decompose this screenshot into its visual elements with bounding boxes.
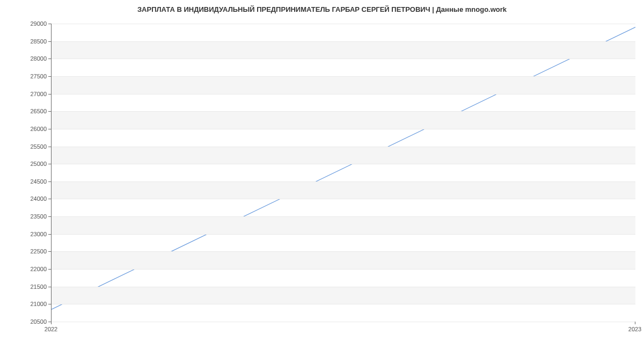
grid-band xyxy=(52,76,635,94)
plot-area xyxy=(51,24,635,322)
y-tick-label: 29000 xyxy=(21,21,47,27)
y-tick-label: 23500 xyxy=(21,214,47,220)
y-tick-label: 28500 xyxy=(21,39,47,45)
y-tick-label: 20500 xyxy=(21,319,47,325)
grid-band xyxy=(52,111,635,129)
y-tick-label: 27500 xyxy=(21,74,47,79)
y-tick-label: 25000 xyxy=(21,161,47,167)
y-tick-label: 28000 xyxy=(21,56,47,62)
y-tick xyxy=(48,41,51,42)
y-tick-label: 21500 xyxy=(21,284,47,290)
y-tick-label: 24000 xyxy=(21,196,47,202)
y-grid-line xyxy=(52,111,635,112)
x-tick-label: 2023 xyxy=(628,326,641,332)
grid-band xyxy=(52,147,635,164)
y-tick-label: 27000 xyxy=(21,91,47,97)
y-tick xyxy=(48,287,51,287)
y-tick-label: 21000 xyxy=(21,301,47,307)
y-tick xyxy=(48,181,51,182)
y-tick-label: 22500 xyxy=(21,249,47,255)
y-tick xyxy=(48,147,51,147)
y-tick-label: 23000 xyxy=(21,231,47,237)
y-tick xyxy=(48,304,51,304)
y-grid-line xyxy=(52,24,635,24)
y-grid-line xyxy=(52,181,635,182)
y-grid-line xyxy=(52,199,635,199)
y-tick-label: 25500 xyxy=(21,144,47,150)
y-tick xyxy=(48,164,51,164)
y-grid-line xyxy=(52,251,635,252)
chart-title: ЗАРПЛАТА В ИНДИВИДУАЛЬНЫЙ ПРЕДПРИНИМАТЕЛ… xyxy=(0,5,644,13)
y-grid-line xyxy=(52,147,635,147)
grid-band xyxy=(52,216,635,234)
y-grid-line xyxy=(52,76,635,77)
y-tick-label: 26000 xyxy=(21,126,47,132)
y-tick xyxy=(48,94,51,94)
x-tick xyxy=(635,322,635,324)
y-grid-line xyxy=(52,216,635,217)
x-tick-label: 2022 xyxy=(45,326,57,332)
y-tick xyxy=(48,111,51,112)
y-grid-line xyxy=(52,322,635,322)
x-tick xyxy=(51,322,52,324)
y-tick xyxy=(48,199,51,199)
chart-container: ЗАРПЛАТА В ИНДИВИДУАЛЬНЫЙ ПРЕДПРИНИМАТЕЛ… xyxy=(0,0,644,349)
y-grid-line xyxy=(52,59,635,59)
y-grid-line xyxy=(52,269,635,270)
y-tick xyxy=(48,269,51,270)
y-tick xyxy=(48,216,51,217)
y-tick xyxy=(48,251,51,252)
y-grid-line xyxy=(52,164,635,164)
y-tick xyxy=(48,59,51,59)
y-tick-label: 26500 xyxy=(21,108,47,114)
y-grid-line xyxy=(52,287,635,287)
y-grid-line xyxy=(52,129,635,129)
grid-band xyxy=(52,181,635,199)
y-tick-label: 22000 xyxy=(21,266,47,272)
y-tick-label: 24500 xyxy=(21,179,47,185)
y-tick xyxy=(48,24,51,24)
y-tick xyxy=(48,76,51,77)
y-tick xyxy=(48,234,51,235)
y-grid-line xyxy=(52,41,635,42)
y-grid-line xyxy=(52,234,635,235)
grid-band xyxy=(52,251,635,269)
grid-band xyxy=(52,287,635,304)
y-grid-line xyxy=(52,94,635,94)
line-series xyxy=(52,24,635,322)
y-grid-line xyxy=(52,304,635,304)
grid-band xyxy=(52,41,635,59)
y-tick xyxy=(48,129,51,129)
